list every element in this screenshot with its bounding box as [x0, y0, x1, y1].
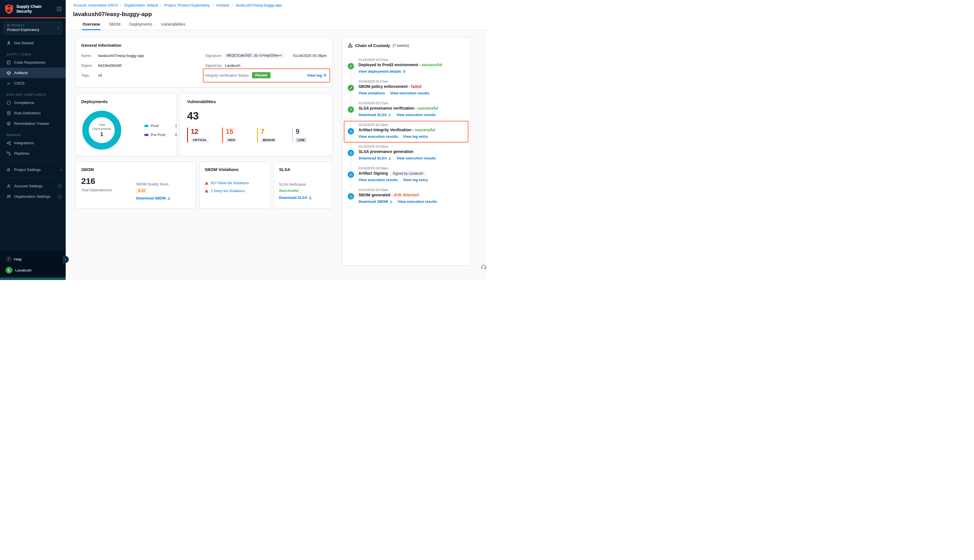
info-icon: i: [58, 184, 62, 188]
breadcrumb-separator: ›: [160, 3, 162, 7]
view-log-entry-link[interactable]: View log entry: [403, 178, 428, 182]
external-link-icon: [323, 73, 327, 77]
sidebar-item-cicd[interactable]: ∞ CI/CD: [0, 78, 66, 88]
sidebar: Supply Chain Security PROJECT Product Ex…: [0, 0, 66, 280]
section-supply-chain: SUPPLY CHAIN: [7, 53, 66, 56]
sidebar-item-compliance[interactable]: Compliance: [0, 97, 66, 108]
tab-deployments[interactable]: Deployments: [129, 22, 153, 30]
app-title: Supply Chain Security: [16, 4, 57, 14]
sidebar-item-remediation-tracker[interactable]: Remediation Tracker: [0, 118, 66, 129]
warning-icon: [205, 189, 208, 193]
sidebar-item-code-repositories[interactable]: Code Repositories: [0, 57, 66, 68]
tab-sbom[interactable]: SBOM: [108, 22, 121, 30]
chevron-right-icon: ›: [57, 25, 59, 31]
custody-event-2: 01/16/2025 03:27pm SBOM policy enforceme…: [348, 80, 464, 95]
sbom-total-label: Total Dependencies: [81, 188, 190, 192]
sidebar-item-account-settings[interactable]: Account Settings i: [0, 181, 66, 191]
event-timestamp: 01/16/2025 03:27pm: [359, 102, 438, 105]
sbom-total: 216: [81, 176, 190, 186]
vulnerabilities-total: 43: [187, 110, 325, 122]
user-menu[interactable]: L Lavakush: [0, 265, 66, 277]
event-status: successful: [418, 106, 438, 110]
breadcrumb-current[interactable]: lavakush07/easy-buggy-app: [235, 3, 282, 7]
section-risk-compliance: RISK AND COMPLIANCE: [7, 93, 66, 96]
custody-event-1: 01/16/2025 03:27pm Deployed to Prod2 env…: [348, 58, 464, 73]
deployments-donut: Total Deployments 1: [82, 111, 121, 150]
view-execution-results-link[interactable]: View execution results: [359, 178, 398, 182]
view-execution-results-link[interactable]: View execution results: [396, 156, 436, 160]
event-title: SLSA provenance verification: [359, 106, 414, 110]
deployments-card: Deployments Total Deployments 1 Prod: [75, 93, 177, 156]
tab-vulnerabilities[interactable]: Vulnerabilities: [160, 22, 186, 30]
help-icon: ?: [6, 257, 11, 262]
app-root: Supply Chain Security PROJECT Product Ex…: [0, 0, 487, 280]
signature-label: Signature:: [205, 53, 222, 58]
sidebar-nav: Get Started SUPPLY CHAIN Code Repositori…: [0, 36, 66, 251]
breadcrumb-account[interactable]: Account: Automation-SSCA: [73, 3, 118, 7]
tab-overview[interactable]: Overview: [82, 22, 101, 30]
sidebar-item-organization-settings[interactable]: Organization Settings i: [0, 191, 66, 202]
app-switcher-icon[interactable]: [57, 7, 62, 12]
deny-list-violations-row: 2 Deny list Violations: [205, 189, 265, 193]
download-sbom-link[interactable]: Download SBOM: [136, 196, 170, 200]
general-information-grid: Name:lavakush07/easy-buggy-app Digest:8d…: [81, 52, 327, 82]
download-icon: [167, 197, 170, 200]
policy-event-icon: [348, 85, 354, 91]
event-status: successful: [415, 128, 435, 132]
sidebar-item-get-started[interactable]: Get Started: [0, 38, 66, 48]
breadcrumb-separator: ›: [232, 3, 233, 7]
view-log-entry-link[interactable]: View log entry: [403, 134, 428, 138]
custody-event-4: 01/16/2025 03:26pm Artifact Integrity Ve…: [348, 123, 464, 138]
sidebar-item-pipelines[interactable]: Pipelines: [0, 148, 66, 158]
help-button[interactable]: ? Help: [0, 254, 66, 265]
main-header: Account: Automation-SSCA › Organization:…: [66, 0, 487, 30]
digest-value: 8d23bd3b5d8f: [98, 63, 122, 68]
event-timestamp: 01/16/2025 03:27pm: [359, 58, 442, 62]
sidebar-item-project-settings[interactable]: ⚙ Project Settings ›: [0, 165, 66, 175]
view-execution-results-link[interactable]: View execution results: [396, 113, 436, 117]
download-slsa-link[interactable]: Download SLSA: [359, 156, 391, 160]
sbom-violations-card: SBOM Violations 637 Allow list Violation…: [199, 162, 270, 209]
download-slsa-link[interactable]: Download SLSA: [359, 113, 391, 117]
critical-count: 12: [191, 128, 210, 135]
sidebar-item-rule-definitions[interactable]: Rule Definitions: [0, 108, 66, 118]
view-violations-link[interactable]: View violations: [359, 91, 385, 95]
download-icon: [388, 157, 391, 160]
low-label: LOW: [296, 138, 307, 143]
signature-value[interactable]: MEQCICde2VjIT...bL+2+mqnOXw==: [224, 53, 284, 58]
breadcrumb-project[interactable]: Project: Product Exploratory: [164, 3, 210, 7]
severity-critical: 12 CRITICAL: [187, 128, 210, 143]
sidebar-item-integrations[interactable]: Integrations: [0, 138, 66, 148]
event-title: Artifact Integrity Verification: [359, 128, 411, 132]
deny-list-violations-link[interactable]: 2 Deny list Violations: [211, 189, 245, 193]
overview-left-column: General Information Name:lavakush07/easy…: [75, 37, 333, 280]
info-icon: i: [58, 195, 62, 198]
slsa-card: SLSA SLSA Verification Successful Downlo…: [274, 162, 332, 209]
support-headset-icon[interactable]: [481, 264, 487, 271]
breadcrumb-artifacts[interactable]: Artifacts: [216, 3, 229, 7]
chain-of-custody-panel: Chain of Custody (7 events) 01/16/2025 0…: [342, 37, 470, 266]
row-sbom-slsa: SBOM 216 Total Dependencies SBOM Quality…: [75, 162, 333, 209]
project-label: PROJECT: [7, 24, 54, 27]
vulnerabilities-card: Vulnerabilities 43 12 CRITICAL 15 HIGH: [180, 93, 333, 156]
sbom-generated-event-icon: [348, 193, 354, 200]
project-selector[interactable]: PROJECT Product Exploratory ›: [4, 22, 62, 34]
view-log-link[interactable]: View log: [307, 73, 327, 77]
prod-count: 1: [175, 124, 177, 128]
sidebar-header: Supply Chain Security: [0, 0, 66, 18]
view-execution-results-link[interactable]: View execution results: [359, 134, 398, 138]
sidebar-footer: ? Help L Lavakush: [0, 251, 66, 280]
digest-label: Digest:: [81, 63, 97, 68]
download-slsa-link[interactable]: Download SLSA: [279, 195, 312, 200]
sidebar-item-artifacts[interactable]: Artifacts: [0, 68, 66, 78]
view-execution-results-link[interactable]: View execution results: [390, 91, 430, 95]
sbom-title: SBOM: [81, 167, 190, 172]
name-label: Name:: [81, 53, 97, 58]
view-deployment-details-link[interactable]: View deployment details: [359, 69, 405, 73]
rocket-icon: [6, 40, 11, 45]
breadcrumb-organization[interactable]: Organization: default: [124, 3, 158, 7]
download-sbom-link[interactable]: Download SBOM: [359, 200, 393, 204]
view-execution-results-link[interactable]: View execution results: [398, 200, 437, 204]
allow-list-violations-link[interactable]: 637 Allow list Violations: [211, 181, 249, 185]
sbom-quality-score: 6.13: [136, 188, 147, 193]
